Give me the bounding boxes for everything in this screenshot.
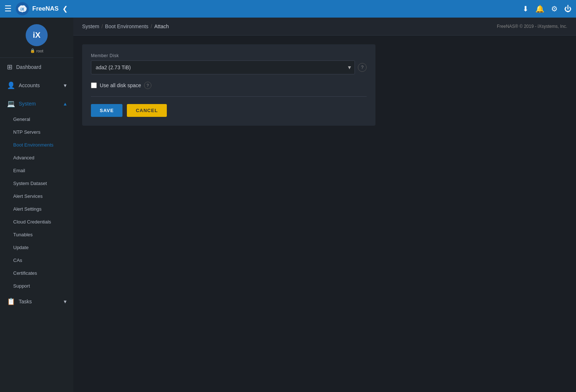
power-icon[interactable]: ⏻ — [564, 5, 572, 13]
sidebar-item-alert-settings[interactable]: Alert Settings — [0, 203, 73, 215]
breadcrumb-left: System / Boot Environments / Attach — [82, 23, 169, 29]
member-disk-help-icon[interactable]: ? — [358, 63, 367, 72]
tasks-icon: 📋 — [7, 297, 15, 306]
sidebar-nav: ⊞ Dashboard 👤 Accounts ▼ 💻 System ▲ Gene… — [0, 58, 73, 392]
avatar: iX — [26, 24, 48, 46]
use-all-disk-space-checkbox[interactable] — [91, 82, 97, 88]
member-disk-field: Member Disk ada2 (2.73 TiB) ▼ ? — [91, 53, 367, 74]
sidebar-item-system[interactable]: 💻 System ▲ — [0, 95, 73, 113]
user-profile: iX 🔒 root — [0, 18, 73, 58]
member-disk-select-wrapper: ada2 (2.73 TiB) ▼ ? — [91, 60, 367, 74]
attach-form: Member Disk ada2 (2.73 TiB) ▼ ? Use all … — [82, 44, 375, 126]
settings-icon[interactable]: ⚙ — [551, 4, 558, 13]
sidebar-item-accounts[interactable]: 👤 Accounts ▼ — [0, 76, 73, 95]
system-icon: 💻 — [7, 100, 15, 108]
hamburger-button[interactable]: ☰ — [4, 4, 12, 14]
use-all-disk-space-help-icon[interactable]: ? — [144, 82, 151, 89]
sidebar-item-cloud-credentials[interactable]: Cloud Credentials — [0, 215, 73, 228]
chevron-down-icon: ▼ — [63, 299, 67, 304]
username: root — [36, 49, 43, 53]
sidebar-item-support[interactable]: Support — [0, 280, 73, 292]
sidebar-item-label: Accounts — [19, 82, 40, 88]
sidebar-item-label: Dashboard — [16, 64, 41, 70]
avatar-text: iX — [33, 30, 41, 40]
copyright-text: FreeNAS® © 2019 - iXsystems, Inc. — [497, 24, 567, 29]
breadcrumb-system[interactable]: System — [82, 23, 99, 29]
lock-icon: 🔒 — [30, 48, 35, 53]
sidebar-item-label: Tasks — [19, 299, 32, 304]
sidebar-item-certificates[interactable]: Certificates — [0, 267, 73, 280]
sidebar-item-label: System — [19, 101, 36, 107]
sidebar-item-cas[interactable]: CAs — [0, 254, 73, 267]
topbar: ☰ iX FreeNAS ❮ ⬇ 🔔 ⚙ ⏻ — [0, 0, 576, 18]
save-button[interactable]: SAVE — [91, 104, 122, 117]
sidebar-item-boot-environments[interactable]: Boot Environments — [0, 138, 73, 151]
main-layout: iX 🔒 root ⊞ Dashboard 👤 Accounts ▼ 💻 — [0, 18, 576, 392]
sidebar-item-update[interactable]: Update — [0, 241, 73, 254]
sidebar-item-tasks[interactable]: 📋 Tasks ▼ — [0, 292, 73, 311]
chevron-up-icon: ▲ — [63, 101, 67, 107]
sidebar-item-dashboard[interactable]: ⊞ Dashboard — [0, 58, 73, 76]
sidebar-item-ntp-servers[interactable]: NTP Servers — [0, 126, 73, 138]
content-area: System / Boot Environments / Attach Free… — [73, 18, 576, 392]
form-divider — [91, 96, 367, 97]
sidebar-item-general[interactable]: General — [0, 113, 73, 126]
use-all-disk-space-label: Use all disk space — [100, 82, 141, 88]
sidebar-item-advanced[interactable]: Advanced — [0, 151, 73, 164]
chevron-down-icon: ▼ — [63, 83, 67, 88]
app-name: FreeNAS — [32, 5, 59, 12]
cancel-button[interactable]: CANCEL — [127, 104, 166, 117]
breadcrumb-sep-1: / — [102, 23, 103, 29]
notifications-icon[interactable]: 🔔 — [535, 4, 544, 13]
sidebar-toggle-button[interactable]: ❮ — [62, 5, 68, 13]
sidebar-item-tunables[interactable]: Tunables — [0, 228, 73, 241]
member-disk-label: Member Disk — [91, 53, 367, 58]
breadcrumb-sep-2: / — [151, 23, 152, 29]
sidebar-item-alert-services[interactable]: Alert Services — [0, 190, 73, 203]
topbar-right: ⬇ 🔔 ⚙ ⏻ — [522, 4, 572, 13]
breadcrumb-boot-environments[interactable]: Boot Environments — [105, 23, 148, 29]
app-logo: iX FreeNAS — [15, 2, 59, 16]
sidebar: iX 🔒 root ⊞ Dashboard 👤 Accounts ▼ 💻 — [0, 18, 73, 392]
member-disk-select[interactable]: ada2 (2.73 TiB) — [91, 60, 355, 74]
use-all-disk-space-row: Use all disk space ? — [91, 82, 367, 89]
accounts-icon: 👤 — [7, 81, 15, 89]
dashboard-icon: ⊞ — [7, 63, 12, 71]
download-icon[interactable]: ⬇ — [522, 4, 529, 13]
sidebar-item-system-dataset[interactable]: System Dataset — [0, 177, 73, 190]
form-button-row: SAVE CANCEL — [91, 104, 367, 117]
topbar-left: ☰ iX FreeNAS ❮ — [4, 2, 68, 16]
svg-text:iX: iX — [21, 7, 25, 11]
breadcrumb: System / Boot Environments / Attach Free… — [73, 18, 576, 36]
sidebar-item-email[interactable]: Email — [0, 164, 73, 177]
breadcrumb-attach: Attach — [154, 23, 169, 29]
user-badge: 🔒 root — [30, 48, 43, 53]
